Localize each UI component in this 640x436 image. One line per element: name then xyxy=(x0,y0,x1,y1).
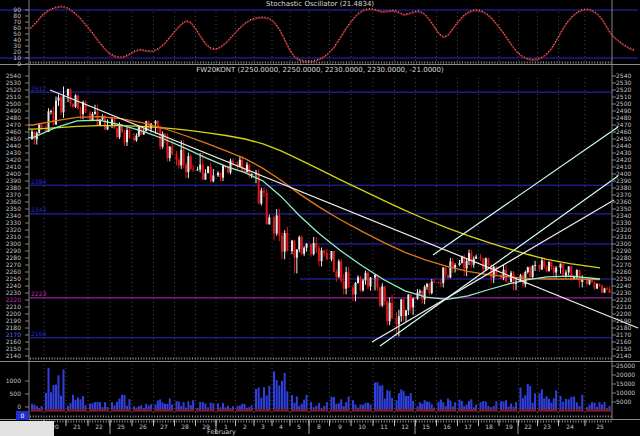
axis-label: 2140 xyxy=(616,352,631,359)
axis-label: 15000 xyxy=(616,380,635,387)
axis-label: 2540 xyxy=(6,72,21,79)
axis-label: 2450 xyxy=(6,135,21,142)
axis-label: 2150 xyxy=(616,345,631,352)
date-label: 16 xyxy=(443,423,451,430)
date-label: 21 xyxy=(73,423,81,430)
date-label: 26 xyxy=(139,423,147,430)
axis-label: 2530 xyxy=(616,79,631,86)
axis-label: 2210 xyxy=(616,303,631,310)
axis-label: 2250 xyxy=(6,275,21,282)
date-label: 15 xyxy=(422,423,430,430)
axis-label: 2300 xyxy=(6,240,21,247)
axis-label: 2390 xyxy=(616,177,631,184)
axis-label: 2540 xyxy=(616,72,631,79)
date-label: 22 xyxy=(524,423,532,430)
axis-label: 2390 xyxy=(6,177,21,184)
axis-label: 2160 xyxy=(6,338,21,345)
date-label: 25 xyxy=(596,423,604,430)
axis-label: 2470 xyxy=(6,121,21,128)
axis-label: 2470 xyxy=(616,121,631,128)
axis-label: 2420 xyxy=(6,156,21,163)
axis-label: 2490 xyxy=(616,107,631,114)
axis-label: 2360 xyxy=(6,198,21,205)
axis-label: 2290 xyxy=(616,247,631,254)
date-label: 24 xyxy=(566,423,574,430)
axis-label: 2250 xyxy=(616,275,631,282)
axis-label: 2460 xyxy=(616,128,631,135)
axis-label: 2500 xyxy=(616,100,631,107)
axis-label: 2500 xyxy=(6,100,21,107)
axis-label: 2340 xyxy=(6,212,21,219)
axis-label: 2270 xyxy=(6,261,21,268)
date-label: 22 xyxy=(95,423,103,430)
date-label: 3 xyxy=(261,423,265,430)
date-label: 27 xyxy=(160,423,168,430)
axis-label: 2270 xyxy=(616,261,631,268)
axis-label: 2150 xyxy=(6,345,21,352)
axis-label: 2410 xyxy=(616,163,631,170)
trading-chart-app[interactable]: 2517238423432223216690807060504030201002… xyxy=(0,0,640,436)
axis-label: 2520 xyxy=(6,86,21,93)
date-label: 10 xyxy=(358,423,366,430)
axis-label: 1000 xyxy=(6,377,21,384)
date-label: 25 xyxy=(117,423,125,430)
axis-label: 2410 xyxy=(6,163,21,170)
axis-label: 2510 xyxy=(6,93,21,100)
axis-label: 2200 xyxy=(616,310,631,317)
axis-label: 2380 xyxy=(6,184,21,191)
axis-label: 2420 xyxy=(616,156,631,163)
axis-label: 10000 xyxy=(616,389,635,396)
axis-label: 2450 xyxy=(616,135,631,142)
axis-label: 2530 xyxy=(6,79,21,86)
date-label: 17 xyxy=(464,423,472,430)
axis-label: 2210 xyxy=(6,303,21,310)
current-value-badge: 0 xyxy=(16,411,29,420)
axis-label: 2440 xyxy=(616,142,631,149)
date-label: 5 xyxy=(297,423,301,430)
axis-label: 2520 xyxy=(616,86,631,93)
date-label: 2 xyxy=(243,423,247,430)
support-line-label: 2343 xyxy=(31,206,46,213)
axis-label: 2350 xyxy=(6,205,21,212)
axis-label: 2230 xyxy=(616,289,631,296)
axis-label: 2140 xyxy=(6,352,21,359)
axis-label: 2330 xyxy=(6,219,21,226)
date-label: 11 xyxy=(380,423,388,430)
support-line-label: 2384 xyxy=(31,178,46,185)
axis-label: 2480 xyxy=(6,114,21,121)
date-label: 19 xyxy=(505,423,513,430)
axis-label: 2160 xyxy=(616,338,631,345)
axis-label: 2330 xyxy=(616,219,631,226)
support-line-label: 2166 xyxy=(31,330,46,337)
axis-label: 2400 xyxy=(616,170,631,177)
axis-label: 2370 xyxy=(6,191,21,198)
axis-label: 2300 xyxy=(616,240,631,247)
axis-label: 2310 xyxy=(616,233,631,240)
axis-label: 2320 xyxy=(6,226,21,233)
axis-label: 2310 xyxy=(6,233,21,240)
date-label: 23 xyxy=(543,423,551,430)
axis-label: 500 xyxy=(10,390,22,397)
axis-label: 2320 xyxy=(616,226,631,233)
month-label: February xyxy=(207,428,236,436)
axis-label: 25000 xyxy=(616,362,635,369)
chart-canvas[interactable]: 2517238423432223216690807060504030201002… xyxy=(0,0,640,436)
axis-label: 2430 xyxy=(616,149,631,156)
axis-label: 2400 xyxy=(6,170,21,177)
axis-label: 2280 xyxy=(616,254,631,261)
date-label: 8 xyxy=(317,423,321,430)
date-label: 4 xyxy=(279,423,283,430)
axis-corner-box xyxy=(0,421,54,436)
axis-label: 2280 xyxy=(6,254,21,261)
axis-label: 2220 xyxy=(6,296,21,303)
date-label: 12 xyxy=(401,423,409,430)
date-label: 9 xyxy=(338,423,342,430)
axis-label: 2230 xyxy=(6,289,21,296)
axis-label: 2200 xyxy=(6,310,21,317)
axis-label: 2480 xyxy=(616,114,631,121)
axis-label: 2180 xyxy=(616,324,631,331)
date-label: 28 xyxy=(181,423,189,430)
axis-label: 2440 xyxy=(6,142,21,149)
axis-label: 20000 xyxy=(616,371,635,378)
axis-label: 0 xyxy=(17,403,21,410)
